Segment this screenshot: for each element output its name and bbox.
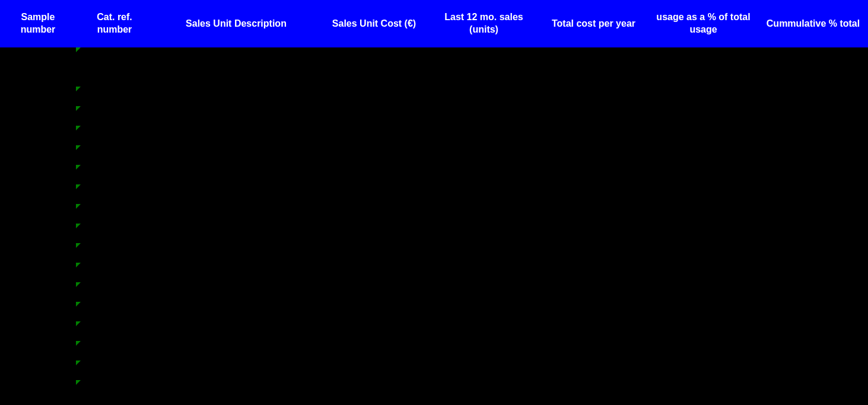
table-cell[interactable] — [319, 282, 429, 302]
table-cell[interactable] — [539, 282, 648, 302]
error-indicator-icon[interactable] — [76, 204, 81, 209]
table-cell[interactable] — [0, 184, 76, 204]
table-cell[interactable] — [76, 341, 153, 361]
table-cell[interactable] — [539, 302, 648, 321]
table-cell[interactable] — [648, 165, 758, 184]
table-cell[interactable] — [758, 145, 868, 165]
table-cell[interactable] — [539, 380, 648, 400]
error-indicator-icon[interactable] — [76, 243, 81, 248]
table-cell[interactable] — [153, 87, 319, 106]
table-cell[interactable] — [758, 126, 868, 145]
table-cell[interactable] — [539, 321, 648, 341]
table-cell[interactable] — [76, 126, 153, 145]
table-cell[interactable] — [76, 145, 153, 165]
error-indicator-icon[interactable] — [76, 282, 81, 287]
table-cell[interactable] — [319, 47, 429, 67]
table-cell[interactable] — [539, 184, 648, 204]
table-cell[interactable] — [648, 224, 758, 243]
error-indicator-icon[interactable] — [76, 224, 81, 228]
table-cell[interactable] — [758, 263, 868, 282]
error-indicator-icon[interactable] — [76, 361, 81, 365]
table-cell[interactable] — [429, 126, 539, 145]
table-cell[interactable] — [0, 341, 76, 361]
table-cell[interactable] — [429, 204, 539, 224]
table-cell[interactable] — [429, 361, 539, 380]
table-cell[interactable] — [758, 106, 868, 126]
table-cell[interactable] — [153, 282, 319, 302]
table-cell[interactable] — [539, 47, 648, 67]
table-cell[interactable] — [0, 302, 76, 321]
table-cell[interactable] — [539, 145, 648, 165]
table-cell[interactable] — [758, 47, 868, 67]
header-sales-unit-cost[interactable]: Sales Unit Cost (€) — [319, 0, 429, 47]
table-cell[interactable] — [539, 204, 648, 224]
table-cell[interactable] — [0, 380, 76, 400]
table-cell[interactable] — [319, 106, 429, 126]
table-cell[interactable] — [429, 302, 539, 321]
table-cell[interactable] — [758, 184, 868, 204]
table-cell[interactable] — [648, 263, 758, 282]
header-sales-unit-description[interactable]: Sales Unit Description — [153, 0, 319, 47]
table-cell[interactable] — [76, 47, 153, 67]
table-cell[interactable] — [758, 204, 868, 224]
table-cell[interactable] — [429, 380, 539, 400]
table-cell[interactable] — [758, 165, 868, 184]
table-cell[interactable] — [758, 87, 868, 106]
header-sample-number[interactable]: Sample number — [0, 0, 76, 47]
error-indicator-icon[interactable] — [76, 184, 81, 189]
table-cell[interactable] — [429, 87, 539, 106]
table-cell[interactable] — [153, 145, 319, 165]
table-cell[interactable] — [319, 145, 429, 165]
table-cell[interactable] — [758, 224, 868, 243]
table-cell[interactable] — [648, 67, 758, 87]
table-cell[interactable] — [0, 321, 76, 341]
table-cell[interactable] — [648, 380, 758, 400]
table-cell[interactable] — [429, 106, 539, 126]
table-cell[interactable] — [429, 145, 539, 165]
table-cell[interactable] — [153, 361, 319, 380]
table-cell[interactable] — [648, 341, 758, 361]
table-cell[interactable] — [539, 224, 648, 243]
table-cell[interactable] — [0, 87, 76, 106]
table-cell[interactable] — [153, 184, 319, 204]
table-cell[interactable] — [76, 106, 153, 126]
table-cell[interactable] — [319, 302, 429, 321]
table-cell[interactable] — [648, 321, 758, 341]
table-cell[interactable] — [319, 263, 429, 282]
table-cell[interactable] — [76, 165, 153, 184]
table-cell[interactable] — [76, 302, 153, 321]
table-cell[interactable] — [153, 321, 319, 341]
header-usage-percent[interactable]: usage as a % of total usage — [648, 0, 758, 47]
table-cell[interactable] — [758, 361, 868, 380]
table-cell[interactable] — [319, 126, 429, 145]
table-cell[interactable] — [0, 47, 76, 67]
table-cell[interactable] — [76, 67, 153, 87]
table-cell[interactable] — [319, 165, 429, 184]
table-cell[interactable] — [0, 204, 76, 224]
table-cell[interactable] — [648, 361, 758, 380]
table-cell[interactable] — [153, 106, 319, 126]
error-indicator-icon[interactable] — [76, 145, 81, 150]
table-cell[interactable] — [758, 67, 868, 87]
table-cell[interactable] — [429, 321, 539, 341]
table-cell[interactable] — [429, 67, 539, 87]
error-indicator-icon[interactable] — [76, 165, 81, 170]
table-cell[interactable] — [648, 204, 758, 224]
header-cat-ref-number[interactable]: Cat. ref. number — [76, 0, 153, 47]
table-cell[interactable] — [429, 47, 539, 67]
table-cell[interactable] — [539, 361, 648, 380]
error-indicator-icon[interactable] — [76, 263, 81, 267]
error-indicator-icon[interactable] — [76, 47, 81, 52]
table-cell[interactable] — [319, 243, 429, 263]
table-cell[interactable] — [319, 341, 429, 361]
table-cell[interactable] — [153, 126, 319, 145]
table-cell[interactable] — [76, 243, 153, 263]
table-cell[interactable] — [648, 302, 758, 321]
table-cell[interactable] — [429, 282, 539, 302]
table-cell[interactable] — [0, 106, 76, 126]
table-cell[interactable] — [539, 341, 648, 361]
table-cell[interactable] — [76, 282, 153, 302]
table-cell[interactable] — [539, 263, 648, 282]
table-cell[interactable] — [648, 243, 758, 263]
table-cell[interactable] — [539, 243, 648, 263]
